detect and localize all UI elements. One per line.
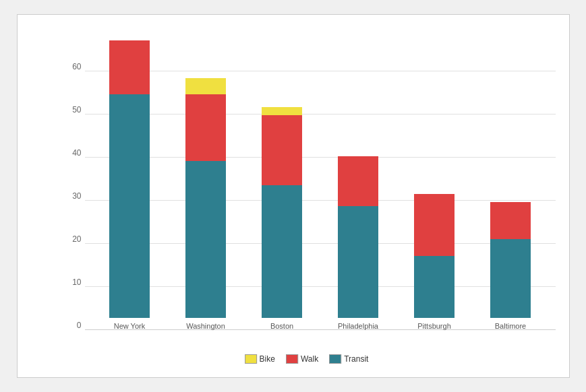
bar-city-label: Pittsburgh bbox=[417, 322, 451, 330]
y-axis-label: 40 bbox=[72, 148, 81, 158]
bar-group: Boston bbox=[244, 107, 320, 330]
y-axis: 0102030405060 bbox=[58, 28, 85, 330]
bar-city-label: Philadelphia bbox=[338, 322, 378, 330]
legend-color-walk bbox=[286, 354, 298, 364]
y-axis-label: 30 bbox=[72, 191, 81, 201]
bar-segment-bike bbox=[185, 78, 226, 95]
bar-stack bbox=[414, 194, 455, 318]
bar-city-label: Baltimore bbox=[495, 322, 526, 330]
bar-segment-walk bbox=[338, 156, 378, 206]
bar-segment-transit bbox=[338, 206, 378, 318]
bar-segment-walk bbox=[414, 194, 455, 256]
legend-label-walk: Walk bbox=[301, 354, 318, 364]
bar-group: Washington bbox=[168, 78, 244, 330]
legend-item-walk: Walk bbox=[286, 354, 318, 364]
bar-stack bbox=[490, 202, 531, 318]
bar-segment-transit bbox=[414, 256, 455, 318]
bar-segment-walk bbox=[490, 202, 531, 239]
bar-group: Pittsburgh bbox=[397, 194, 473, 330]
legend-label-transit: Transit bbox=[344, 354, 368, 364]
y-axis-label: 60 bbox=[72, 62, 81, 71]
y-axis-label: 20 bbox=[72, 234, 81, 244]
bar-segment-transit bbox=[185, 161, 226, 318]
y-axis-label: 50 bbox=[72, 105, 81, 115]
bar-group: Baltimore bbox=[473, 202, 549, 330]
bar-segment-bike bbox=[262, 107, 302, 115]
bar-segment-transit bbox=[262, 185, 302, 318]
bar-segment-walk bbox=[262, 115, 302, 185]
legend-color-transit bbox=[329, 354, 341, 364]
bar-stack bbox=[109, 40, 150, 318]
bar-segment-walk bbox=[185, 94, 226, 160]
chart-area: 0102030405060 New YorkWashingtonBostonPh… bbox=[58, 28, 556, 330]
chart-container: 0102030405060 New YorkWashingtonBostonPh… bbox=[17, 14, 570, 378]
bar-city-label: New York bbox=[114, 322, 145, 330]
bar-stack bbox=[185, 78, 226, 318]
bar-group: Philadelphia bbox=[320, 156, 397, 330]
bar-stack bbox=[262, 107, 302, 318]
legend-item-bike: Bike bbox=[245, 354, 275, 364]
bars-area: New YorkWashingtonBostonPhiladelphiaPitt… bbox=[85, 28, 556, 330]
y-axis-label: 10 bbox=[72, 277, 81, 287]
bar-group: New York bbox=[92, 40, 168, 330]
bar-segment-walk bbox=[109, 40, 150, 94]
bar-city-label: Washington bbox=[186, 322, 225, 330]
legend-label-bike: Bike bbox=[260, 354, 275, 364]
bar-city-label: Boston bbox=[270, 322, 293, 330]
bar-stack bbox=[338, 156, 378, 318]
bar-segment-transit bbox=[490, 239, 531, 318]
y-axis-label: 0 bbox=[77, 321, 82, 330]
legend-color-bike bbox=[245, 354, 257, 364]
legend: BikeWalkTransit bbox=[245, 354, 369, 364]
bar-segment-transit bbox=[109, 94, 150, 318]
legend-item-transit: Transit bbox=[329, 354, 368, 364]
